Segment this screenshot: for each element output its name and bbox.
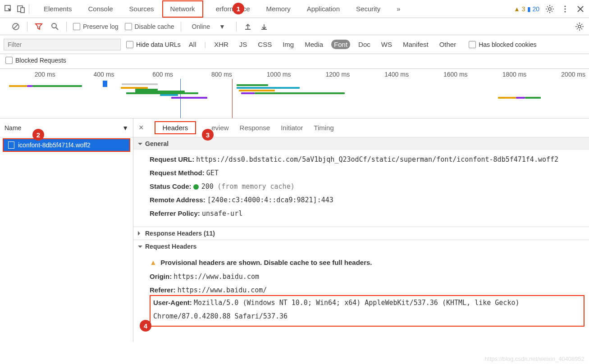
timeline-bar: [9, 85, 27, 87]
tick: 1200 ms: [295, 71, 354, 78]
close-icon[interactable]: [575, 4, 585, 14]
remote-address-label: Remote Address:: [150, 196, 205, 204]
tick: 1800 ms: [471, 71, 530, 78]
separator: [29, 4, 29, 14]
filter-type-font[interactable]: Font: [331, 40, 350, 49]
inspect-icon[interactable]: [4, 4, 14, 14]
svg-line-10: [56, 27, 58, 30]
filter-type-img[interactable]: Img: [280, 40, 297, 49]
disable-cache-checkbox[interactable]: Disable cache: [125, 23, 174, 30]
tab-response[interactable]: Response: [240, 124, 270, 132]
tab-elements[interactable]: Elements: [36, 0, 80, 18]
svg-rect-2: [21, 8, 24, 13]
section-general-toggle[interactable]: General: [133, 137, 589, 150]
tab-headers[interactable]: Headers: [155, 121, 196, 134]
origin-label: Origin:: [150, 273, 172, 280]
svg-point-11: [578, 25, 581, 28]
tick: 1400 ms: [353, 71, 412, 78]
search-icon[interactable]: [50, 22, 60, 32]
tab-application[interactable]: Application: [299, 0, 348, 18]
svg-point-4: [564, 5, 566, 7]
timeline-bar: [237, 87, 300, 89]
section-title: Request Headers: [145, 243, 196, 250]
request-row-iconfont[interactable]: iconfont-8db5f471f4.woff2: [3, 138, 130, 152]
filter-type-media[interactable]: Media: [302, 40, 326, 49]
triangle-right-icon: [138, 231, 142, 236]
triangle-down-icon: [138, 143, 142, 147]
gear-icon[interactable]: [575, 22, 584, 32]
request-list-header[interactable]: Name ▼: [0, 118, 133, 137]
has-blocked-cookies-checkbox[interactable]: Has blocked cookies: [469, 41, 536, 48]
svg-point-9: [52, 23, 56, 28]
request-detail-pane: × Headers eview Response Initiator Timin…: [133, 118, 589, 342]
filter-type-js[interactable]: JS: [237, 40, 250, 49]
filter-type-css[interactable]: CSS: [255, 40, 274, 49]
section-request-headers-toggle[interactable]: Request Headers: [133, 240, 589, 253]
tab-preview[interactable]: eview: [211, 124, 228, 132]
provisional-warning: Provisional headers are shown. Disable c…: [160, 259, 372, 266]
warnings-count[interactable]: ▲ 3 ▮ 20: [514, 5, 539, 13]
device-toggle-icon[interactable]: [16, 4, 26, 14]
network-toolbar: Preserve log Disable cache Online▼: [0, 18, 589, 35]
tab-timing[interactable]: Timing: [314, 124, 333, 132]
annotation-badge-3: 3: [202, 129, 214, 141]
chevron-down-icon: ▼: [122, 124, 128, 132]
section-title: Response Headers (11): [145, 230, 215, 237]
tab-sources[interactable]: Sources: [121, 0, 162, 18]
preserve-log-checkbox[interactable]: Preserve log: [73, 23, 119, 30]
hide-data-urls-checkbox[interactable]: Hide data URLs: [126, 41, 181, 48]
timeline-bar: [241, 92, 255, 94]
close-detail-icon[interactable]: ×: [139, 123, 144, 132]
timeline-handle[interactable]: [103, 81, 107, 87]
separator: [66, 22, 67, 32]
filter-type-all[interactable]: All: [186, 40, 199, 49]
filter-type-xhr[interactable]: XHR: [211, 40, 231, 49]
tab-memory[interactable]: Memory: [258, 0, 299, 18]
throttling-label: Online: [192, 23, 210, 30]
throttling-select[interactable]: Online▼: [187, 23, 230, 30]
timeline-bar: [239, 90, 275, 91]
topbar-right: ▲ 3 ▮ 20: [514, 4, 585, 14]
user-agent-value: Mozilla/5.0 (Windows NT 10.0; Win64; x64…: [153, 299, 519, 320]
kebab-icon[interactable]: [560, 4, 570, 14]
origin-value: https://www.baidu.com: [174, 273, 259, 281]
blocked-requests-label: Blocked Requests: [15, 57, 66, 64]
timeline-bar: [255, 92, 345, 94]
tab-initiator[interactable]: Initiator: [281, 124, 303, 132]
filter-input[interactable]: [4, 39, 121, 50]
section-response-headers-toggle[interactable]: Response Headers (11): [133, 227, 589, 240]
timeline-ticks: 200 ms 400 ms 600 ms 800 ms 1000 ms 1200…: [0, 71, 589, 78]
remote-address-value: [240e:c3:4000:4::dca9:9821]:443: [207, 196, 333, 204]
clear-icon[interactable]: [11, 22, 21, 32]
separator: |: [205, 41, 206, 48]
tab-network[interactable]: Network: [162, 0, 203, 18]
blocked-requests-checkbox[interactable]: Blocked Requests: [5, 57, 584, 64]
filter-type-manifest[interactable]: Manifest: [400, 40, 431, 49]
timeline-overview[interactable]: 200 ms 400 ms 600 ms 800 ms 1000 ms 1200…: [0, 69, 589, 118]
separator: [181, 22, 181, 32]
timeline-bar: [516, 97, 525, 99]
svg-point-5: [564, 8, 566, 9]
gear-icon[interactable]: [545, 4, 555, 14]
filter-type-ws[interactable]: WS: [379, 40, 395, 49]
status-code-note: (from memory cache): [217, 182, 295, 191]
tabs-overflow-icon[interactable]: »: [388, 0, 408, 18]
request-name: iconfont-8db5f471f4.woff2: [18, 141, 91, 149]
tick: 1600 ms: [412, 71, 471, 78]
tick: 800 ms: [177, 71, 236, 78]
tab-security[interactable]: Security: [348, 0, 388, 18]
filter-type-other[interactable]: Other: [437, 40, 459, 49]
referrer-policy-label: Referrer Policy:: [150, 209, 200, 217]
user-agent-highlight: User-Agent: Mozilla/5.0 (Windows NT 10.0…: [150, 295, 584, 327]
tab-console[interactable]: Console: [80, 0, 121, 18]
tab-performance[interactable]: erformance: [203, 0, 258, 18]
upload-icon[interactable]: [243, 22, 253, 32]
warning-icon: ▲: [150, 259, 157, 266]
download-icon[interactable]: [259, 22, 269, 32]
filter-type-doc[interactable]: Doc: [356, 40, 373, 49]
request-url-label: Request URL:: [150, 155, 194, 163]
timeline-bar: [32, 85, 82, 87]
request-method-label: Request Method:: [150, 169, 205, 177]
timeline-bar: [237, 84, 268, 86]
filter-icon[interactable]: [34, 22, 44, 32]
